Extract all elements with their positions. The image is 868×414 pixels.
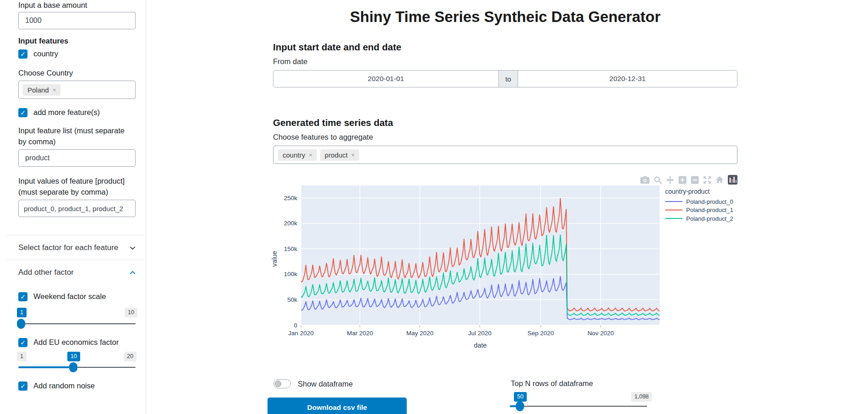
- svg-text:Sep 2020: Sep 2020: [528, 330, 554, 337]
- time-series-chart[interactable]: Jan 2020Mar 2020May 2020Jul 2020Sep 2020…: [257, 172, 779, 366]
- eu-slider-value-badge: 10: [67, 352, 80, 361]
- random-noise-checkbox[interactable]: ✓: [18, 381, 27, 391]
- add-more-features-row[interactable]: ✓ add more feature(s): [18, 107, 100, 118]
- show-dataframe-row: Show dataframe: [273, 379, 353, 388]
- sidebar: Input a base amount Input features ✓ cou…: [0, 0, 146, 414]
- add-more-features-label: add more feature(s): [33, 107, 100, 118]
- eu-factor-label: Add EU economics factor: [33, 337, 119, 348]
- weekend-factor-label: Weekend factor scale: [33, 291, 106, 302]
- top-n-slider-handle[interactable]: [516, 401, 524, 411]
- input-features-label: Input features: [18, 36, 68, 47]
- svg-text:Mar 2020: Mar 2020: [347, 330, 373, 337]
- from-date-label: From date: [273, 57, 307, 66]
- svg-text:200k: 200k: [284, 220, 298, 227]
- svg-text:Jul 2020: Jul 2020: [468, 330, 491, 337]
- svg-text:100k: 100k: [284, 271, 298, 278]
- country-checkbox-label: country: [33, 49, 58, 60]
- remove-tag-icon[interactable]: ×: [309, 152, 312, 158]
- eu-slider-handle[interactable]: [69, 362, 77, 372]
- start-date-input[interactable]: [273, 71, 498, 87]
- weekend-slider-max-badge: 10: [125, 308, 137, 317]
- top-n-slider-track[interactable]: [510, 406, 647, 407]
- svg-text:date: date: [474, 342, 486, 349]
- end-date-input[interactable]: [518, 71, 737, 87]
- feature-values-input[interactable]: [18, 200, 136, 217]
- eu-factor-checkbox[interactable]: ✓: [18, 338, 27, 347]
- date-separator: to: [498, 71, 518, 87]
- date-range-input: to: [273, 70, 737, 87]
- random-noise-label: Add random noise: [33, 381, 95, 392]
- add-other-factor-label: Add other factor: [18, 268, 74, 277]
- country-select[interactable]: Poland ×: [18, 81, 136, 99]
- svg-text:0: 0: [294, 322, 297, 329]
- feature-list-input[interactable]: [18, 149, 136, 167]
- page-title: Shiny Time Series Syntheic Data Generato…: [273, 8, 737, 26]
- svg-text:country-product: country-product: [665, 188, 710, 195]
- aggregate-tag-product: product ×: [320, 149, 360, 161]
- country-checkbox[interactable]: ✓: [18, 49, 27, 59]
- country-checkbox-row[interactable]: ✓ country: [18, 49, 58, 60]
- top-n-label: Top N rows of dataframe: [511, 379, 593, 388]
- app-window: Input a base amount Input features ✓ cou…: [0, 0, 868, 414]
- chevron-up-icon: [129, 269, 136, 277]
- remove-tag-icon[interactable]: ×: [53, 87, 56, 93]
- random-noise-row[interactable]: ✓ Add random noise: [18, 381, 95, 392]
- top-n-value-badge: 50: [514, 392, 527, 402]
- show-dataframe-label: Show dataframe: [298, 380, 353, 388]
- download-csv-button[interactable]: Download csv file: [267, 398, 407, 414]
- svg-text:Poland-product_1: Poland-product_1: [686, 207, 733, 213]
- svg-text:Poland-product_0: Poland-product_0: [686, 198, 733, 205]
- svg-text:Nov 2020: Nov 2020: [587, 330, 614, 337]
- weekend-slider-handle[interactable]: [17, 319, 25, 329]
- divider: [6, 260, 145, 260]
- weekend-slider-value-badge: 1: [17, 308, 27, 317]
- show-dataframe-toggle[interactable]: [273, 379, 291, 388]
- aggregate-select[interactable]: country × product ×: [273, 146, 737, 164]
- svg-text:250k: 250k: [284, 195, 298, 202]
- eu-factor-row[interactable]: ✓ Add EU economics factor: [18, 337, 119, 348]
- country-tag: Poland ×: [23, 84, 60, 96]
- add-other-factor-collapse[interactable]: Add other factor: [18, 268, 136, 277]
- select-factor-collapse[interactable]: Select factor for each feature: [18, 243, 136, 252]
- add-more-features-checkbox[interactable]: ✓: [18, 108, 27, 117]
- svg-text:Jan 2020: Jan 2020: [288, 330, 314, 337]
- eu-slider-fill: [18, 366, 73, 368]
- svg-text:May 2020: May 2020: [406, 330, 433, 337]
- svg-text:Poland-product_2: Poland-product_2: [686, 215, 733, 222]
- aggregate-label: Choose features to aggregate: [273, 133, 373, 142]
- svg-text:50k: 50k: [287, 296, 297, 303]
- date-section-heading: Input start date and end date: [273, 42, 401, 53]
- chevron-down-icon: [129, 244, 136, 252]
- weekend-slider-track[interactable]: [18, 323, 136, 324]
- feature-values-label: Input values of feature [product] (must …: [18, 176, 135, 198]
- feature-list-label: Input feature list (must separate by com…: [18, 125, 134, 147]
- svg-text:150k: 150k: [284, 245, 298, 252]
- top-n-max-badge: 1,098: [631, 392, 652, 402]
- eu-slider-min-badge: 1: [17, 352, 27, 361]
- remove-tag-icon[interactable]: ×: [351, 152, 355, 158]
- weekend-factor-row[interactable]: ✓ Weekend factor scale: [18, 291, 106, 302]
- choose-country-label: Choose Country: [18, 68, 73, 79]
- toggle-knob: [275, 381, 281, 387]
- base-amount-input[interactable]: [18, 12, 136, 29]
- eu-slider-max-badge: 20: [124, 352, 136, 361]
- select-factor-label: Select factor for each feature: [18, 243, 118, 252]
- generated-heading: Generated time series data: [273, 117, 393, 128]
- svg-text:value: value: [271, 251, 278, 267]
- aggregate-tag-country: country ×: [278, 149, 317, 161]
- base-amount-label: Input a base amount: [18, 0, 87, 11]
- weekend-factor-checkbox[interactable]: ✓: [18, 292, 27, 301]
- divider: [6, 235, 145, 235]
